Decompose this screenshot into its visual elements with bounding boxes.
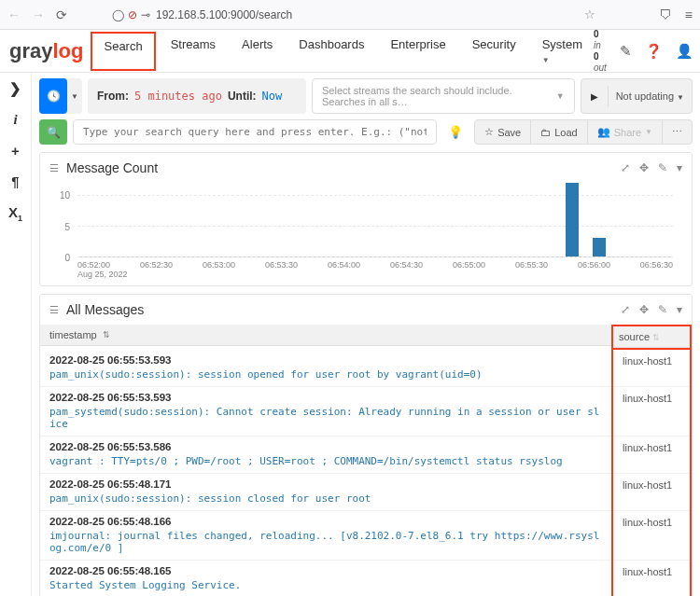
forward-icon[interactable]: →: [32, 7, 45, 22]
x-tick: 06:54:00: [328, 260, 360, 270]
log-timestamp: 2022-08-25 06:55:48.171: [49, 478, 602, 490]
info-icon[interactable]: i: [13, 112, 17, 128]
x-tick: 06:53:30: [265, 260, 298, 270]
throughput-stats: 0 in 0 out: [594, 29, 607, 74]
x-axis-date: Aug 25, 2022: [77, 270, 673, 279]
col-timestamp[interactable]: timestamp⇅: [40, 325, 611, 345]
logo[interactable]: graylog: [9, 39, 83, 63]
focus-icon[interactable]: ⤢: [621, 303, 630, 316]
left-rail: ❯ i + ¶ X1: [0, 73, 32, 596]
log-source-cell: linux-host1: [613, 350, 690, 387]
log-message: Started System Logging Service.: [49, 579, 602, 591]
save-button[interactable]: ☆Save: [475, 120, 531, 144]
tab-alerts[interactable]: Alerts: [231, 32, 284, 71]
fullscreen-icon[interactable]: ✥: [639, 161, 649, 174]
edit-icon[interactable]: ✎: [620, 43, 632, 60]
key-icon[interactable]: ⊸: [141, 8, 150, 21]
log-timestamp: 2022-08-25 06:55:48.166: [49, 516, 602, 527]
chart: 0510 06:52:0006:52:3006:53:0006:53:3006:…: [40, 183, 692, 285]
widget-all-messages: ☰ All Messages ⤢ ✥ ✎ ▾ timestamp⇅: [39, 294, 693, 596]
chart-bar[interactable]: [566, 183, 579, 256]
update-button[interactable]: ▶ Not updating ▼: [581, 78, 693, 114]
fullscreen-icon[interactable]: ✥: [639, 303, 649, 316]
time-caret[interactable]: ▼: [67, 78, 82, 114]
chevron-right-icon[interactable]: ❯: [9, 80, 21, 97]
widget-title: All Messages: [66, 302, 621, 317]
tab-enterprise[interactable]: Enterprise: [379, 32, 456, 71]
log-source-cell: linux-host1: [613, 474, 690, 511]
log-timestamp: 2022-08-25 06:55:53.593: [49, 354, 602, 366]
subscript-icon[interactable]: X1: [8, 204, 22, 223]
widget-caret-icon[interactable]: ▾: [677, 161, 682, 174]
time-icon-button[interactable]: 🕓: [39, 78, 67, 114]
search-button[interactable]: 🔍: [39, 119, 67, 145]
time-range[interactable]: From: 5 minutes ago Until: Now: [88, 78, 306, 114]
help-icon[interactable]: ❓: [645, 43, 663, 60]
log-timestamp: 2022-08-25 06:55:48.165: [49, 565, 602, 576]
log-row[interactable]: 2022-08-25 06:55:48.166imjournal: journa…: [40, 511, 611, 561]
widget-title: Message Count: [66, 160, 621, 175]
log-message: imjournal: journal files changed, reload…: [49, 530, 602, 554]
back-icon[interactable]: ←: [7, 7, 21, 22]
bulb-icon[interactable]: 💡: [442, 125, 469, 139]
log-source-cell: linux-host1: [613, 561, 690, 596]
paragraph-icon[interactable]: ¶: [11, 173, 19, 189]
x-tick: 06:52:00: [77, 260, 110, 270]
x-tick: 06:53:00: [203, 260, 235, 270]
widget-message-count: ☰ Message Count ⤢ ✥ ✎ ▾ 0510 06:52:0006:…: [39, 152, 693, 286]
drag-handle-icon[interactable]: ☰: [49, 304, 59, 316]
widget-caret-icon[interactable]: ▾: [677, 303, 682, 316]
reload-icon[interactable]: ⟳: [56, 7, 67, 22]
plus-icon[interactable]: +: [11, 143, 20, 159]
x-tick: 06:55:30: [515, 260, 548, 270]
log-row[interactable]: 2022-08-25 06:55:48.171pam_unix(sudo:ses…: [40, 474, 611, 511]
chart-bar[interactable]: [593, 238, 606, 256]
app-header: graylog Search Streams Alerts Dashboards…: [0, 30, 700, 73]
stream-select[interactable]: Select streams the search should include…: [312, 78, 575, 114]
x-tick: 06:56:30: [640, 260, 673, 270]
tab-search[interactable]: Search: [91, 32, 155, 71]
log-row[interactable]: 2022-08-25 06:55:53.593pam_unix(sudo:ses…: [40, 350, 611, 387]
x-tick: 06:54:30: [390, 260, 423, 270]
tab-streams[interactable]: Streams: [160, 32, 227, 71]
log-source-cell: linux-host1: [613, 511, 690, 561]
more-button[interactable]: ⋯: [663, 120, 692, 144]
x-tick: 06:55:00: [453, 260, 485, 270]
log-row[interactable]: 2022-08-25 06:55:53.593pam_systemd(sudo:…: [40, 387, 611, 437]
log-timestamp: 2022-08-25 06:55:53.586: [49, 441, 602, 452]
chevron-down-icon: ▼: [556, 91, 565, 101]
log-source-cell: linux-host1: [613, 437, 690, 474]
log-message: vagrant : TTY=pts/0 ; PWD=/root ; USER=r…: [49, 455, 602, 467]
col-source[interactable]: source ⇅: [613, 326, 690, 347]
sort-desc-icon: ⇅: [103, 330, 110, 340]
tab-dashboards[interactable]: Dashboards: [287, 32, 375, 71]
x-tick: 06:56:00: [578, 260, 610, 270]
shield-outline-icon[interactable]: ⛉: [659, 7, 672, 22]
log-timestamp: 2022-08-25 06:55:53.593: [49, 392, 602, 403]
drag-handle-icon[interactable]: ☰: [49, 162, 59, 174]
url-text[interactable]: 192.168.5.100:9000/search: [156, 8, 292, 21]
shield-icon[interactable]: ◯: [112, 8, 124, 21]
tab-system[interactable]: System: [531, 32, 594, 71]
share-button[interactable]: 👥Share▼: [588, 120, 663, 144]
log-message: pam_unix(sudo:session): session opened f…: [49, 368, 602, 381]
tab-security[interactable]: Security: [461, 32, 527, 71]
focus-icon[interactable]: ⤢: [621, 161, 630, 174]
user-icon[interactable]: 👤: [676, 43, 693, 60]
edit-widget-icon[interactable]: ✎: [658, 161, 667, 174]
play-icon[interactable]: ▶: [581, 86, 609, 107]
star-icon[interactable]: ☆: [584, 7, 595, 21]
log-source-cell: linux-host1: [613, 387, 690, 437]
load-button[interactable]: 🗀Load: [531, 120, 587, 144]
x-tick: 06:52:30: [140, 260, 173, 270]
log-message: pam_unix(sudo:session): session closed f…: [49, 492, 602, 505]
log-row[interactable]: 2022-08-25 06:55:53.586vagrant : TTY=pts…: [40, 437, 611, 474]
edit-widget-icon[interactable]: ✎: [658, 303, 667, 316]
lock-broken-icon[interactable]: ⊘: [128, 8, 137, 21]
log-row[interactable]: 2022-08-25 06:55:48.165Started System Lo…: [40, 561, 611, 596]
y-tick: 0: [64, 253, 70, 263]
menu-icon[interactable]: ≡: [685, 7, 693, 22]
y-tick: 5: [64, 221, 70, 231]
action-group: ☆Save 🗀Load 👥Share▼ ⋯: [474, 119, 693, 145]
query-input[interactable]: [73, 119, 437, 145]
